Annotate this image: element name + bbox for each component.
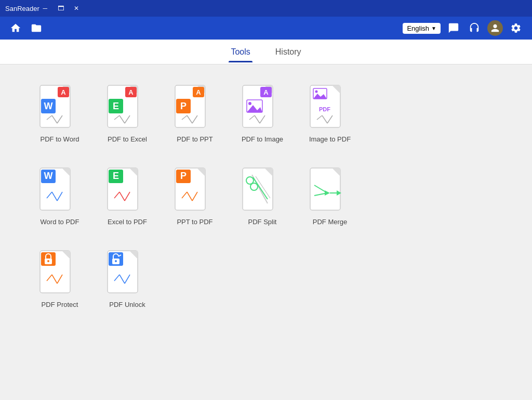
language-label: English [407,24,429,32]
svg-rect-67 [243,168,273,210]
tool-label: PPT to PDF [177,218,212,226]
tool-label: PDF to Word [41,135,79,143]
tool-ppt-to-pdf[interactable]: P PPT to PDF [166,163,223,230]
message-button[interactable] [446,20,461,36]
tool-label: PDF Merge [313,218,347,226]
settings-button[interactable] [508,20,524,36]
content-area: A W PDF to Word A [0,64,532,400]
tab-history[interactable]: History [273,42,303,62]
svg-point-40 [315,91,318,93]
tool-label: PDF to Excel [108,135,147,143]
svg-text:A: A [128,88,134,96]
minimize-button[interactable]: ─ [39,3,51,14]
tool-label: Excel to PDF [108,218,147,226]
tool-pdf-to-excel[interactable]: A E PDF to Excel [99,80,156,147]
tool-label: Word to PDF [41,218,79,226]
tab-tools[interactable]: Tools [229,42,252,62]
tool-pdf-to-image[interactable]: A PDF to Image [234,80,291,147]
language-arrow-icon: ▼ [431,25,436,31]
svg-text:P: P [180,171,187,181]
tool-pdf-merge[interactable]: PDF Merge [301,163,358,230]
tool-word-to-pdf[interactable]: W Word to PDF [31,163,88,230]
tool-pdf-split[interactable]: PDF Split [234,163,291,230]
svg-point-94 [115,260,117,262]
tools-row-2: W Word to PDF E [31,163,501,230]
app-title: SanReader [5,5,39,12]
tool-label: PDF Protect [42,301,78,308]
tool-image-to-pdf[interactable]: PDF Image to PDF [301,80,358,147]
toolbar: English ▼ [0,17,532,40]
restore-button[interactable]: 🗖 [55,3,66,14]
tool-pdf-unlock[interactable]: PDF Unlock [99,246,156,313]
svg-text:P: P [180,101,187,111]
folder-button[interactable] [29,21,44,35]
headphone-button[interactable] [467,20,482,36]
svg-rect-74 [310,168,340,210]
close-button[interactable]: ✕ [71,3,82,14]
svg-text:W: W [44,171,53,181]
svg-text:A: A [196,88,201,96]
tool-label: PDF to Image [242,135,283,143]
tool-excel-to-pdf[interactable]: E Excel to PDF [99,163,156,230]
svg-text:A: A [61,88,66,96]
tool-pdf-protect[interactable]: PDF Protect [31,246,88,313]
user-avatar[interactable] [487,20,503,36]
tool-pdf-to-ppt[interactable]: A P PDF to PPT [166,80,223,147]
tool-pdf-to-word[interactable]: A W PDF to Word [31,80,88,147]
home-button[interactable] [8,21,23,35]
tools-row-1: A W PDF to Word A [31,80,501,147]
tabbar: Tools History [0,40,532,64]
svg-point-32 [248,102,251,105]
svg-text:E: E [113,171,119,181]
tool-label: PDF Split [248,218,277,226]
tool-label: PDF Unlock [109,301,145,308]
svg-text:PDF: PDF [319,106,330,112]
svg-text:A: A [263,88,269,96]
tool-label: PDF to PPT [177,135,212,143]
language-selector[interactable]: English ▼ [403,23,441,34]
svg-point-85 [47,260,49,262]
tools-row-3: PDF Protect [31,246,501,313]
svg-text:W: W [44,101,53,111]
svg-text:E: E [113,101,119,111]
tool-label: Image to PDF [309,135,351,143]
titlebar: SanReader ─ 🗖 ✕ [0,0,532,17]
